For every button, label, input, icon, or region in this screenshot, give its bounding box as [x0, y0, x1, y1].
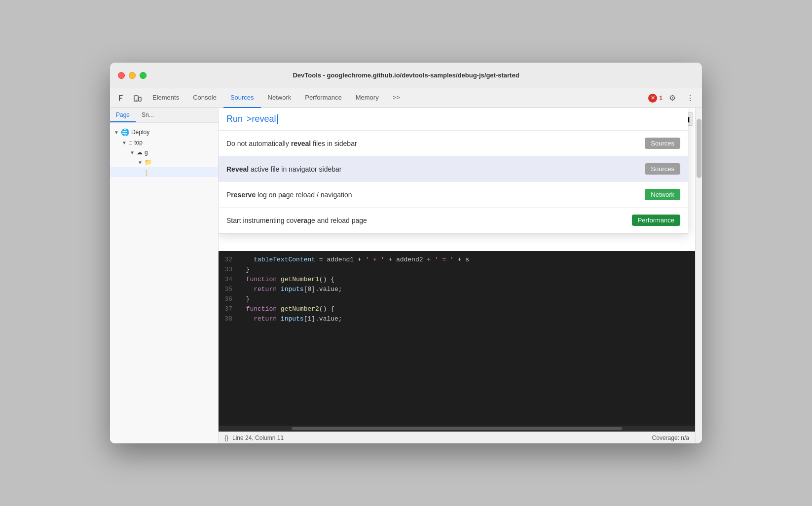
- folder-icon: 📁: [145, 159, 152, 166]
- vertical-scrollbar[interactable]: [695, 108, 702, 443]
- scrollbar-track: [292, 427, 623, 430]
- tab-more[interactable]: >>: [386, 88, 407, 108]
- svg-rect-1: [119, 95, 123, 96]
- tree-arrow: ▼: [114, 130, 119, 135]
- top-icon: □: [129, 139, 132, 146]
- text-cursor: [277, 114, 278, 124]
- tree-item-folder[interactable]: ▼ 📁: [110, 157, 218, 167]
- result-text-2: Reveal active file in navigator sidebar: [226, 165, 645, 173]
- title-bar: DevTools - googlechrome.github.io/devtoo…: [110, 63, 702, 88]
- tree-arrow: ▼: [122, 140, 127, 145]
- code-line-37: 37 function getNumber2() {: [219, 304, 695, 314]
- cursor-icon[interactable]: [114, 90, 130, 106]
- traffic-lights: [118, 72, 147, 79]
- run-label: Run: [226, 114, 243, 124]
- cursor-position: Line 24, Column 11: [232, 434, 284, 441]
- result-tag-3[interactable]: Network: [645, 189, 680, 200]
- tree-item-deploy[interactable]: ▼ 🌐 Deploy: [110, 127, 218, 138]
- window-title: DevTools - googlechrome.github.io/devtoo…: [293, 72, 519, 79]
- sidebar-tab-snippets[interactable]: Sn...: [136, 108, 160, 122]
- g-icon: ☁: [137, 149, 143, 156]
- svg-point-5: [136, 100, 137, 101]
- horizontal-scrollbar[interactable]: [219, 426, 695, 432]
- close-button[interactable]: [118, 72, 125, 79]
- code-line-32: 32 tableTextContent = addend1 + ' + ' + …: [219, 255, 695, 265]
- deploy-icon: 🌐: [121, 128, 129, 136]
- tree-arrow: ▼: [130, 150, 135, 155]
- result-tag-4[interactable]: Performance: [632, 215, 680, 226]
- command-result-2[interactable]: Reveal active file in navigator sidebar …: [219, 156, 688, 182]
- command-result-3[interactable]: Preserve log on page reload / navigation…: [219, 182, 688, 208]
- tree-arrow: ▼: [138, 160, 143, 165]
- error-count: 1: [659, 95, 663, 102]
- tab-sources[interactable]: Sources: [223, 88, 261, 108]
- tree-item-file[interactable]: [: [110, 167, 218, 177]
- devtools-tab-bar: Elements Console Sources Network Perform…: [110, 88, 702, 108]
- left-sidebar: Page Sn... ▼ 🌐 Deploy ▼ □ top ▼: [110, 108, 219, 443]
- code-line-33: 33 }: [219, 265, 695, 275]
- maximize-button[interactable]: [140, 72, 147, 79]
- settings-icon[interactable]: ⚙: [664, 90, 680, 106]
- command-result-4[interactable]: Start instrumenting coverage and reload …: [219, 208, 688, 233]
- command-input[interactable]: >reveal: [247, 114, 278, 124]
- devtools-window: DevTools - googlechrome.github.io/devtoo…: [110, 63, 702, 443]
- sidebar-tabs: Page Sn...: [110, 108, 218, 123]
- sidebar-tab-page[interactable]: Page: [110, 108, 136, 122]
- sidebar-tree: ▼ 🌐 Deploy ▼ □ top ▼ ☁ g ▼ 📁: [110, 123, 218, 181]
- svg-rect-4: [139, 97, 141, 101]
- devtools-body: Page Sn... ▼ 🌐 Deploy ▼ □ top ▼: [110, 108, 702, 443]
- coverage-status: Coverage: n/a: [652, 434, 689, 441]
- code-editor[interactable]: 32 tableTextContent = addend1 + ' + ' + …: [219, 251, 695, 426]
- tab-memory[interactable]: Memory: [349, 88, 386, 108]
- result-tag-2[interactable]: Sources: [645, 163, 680, 175]
- code-line-35: 35 return inputs[0].value;: [219, 285, 695, 294]
- result-text-4: Start instrumenting coverage and reload …: [226, 217, 632, 224]
- tab-network[interactable]: Network: [261, 88, 298, 108]
- code-area: Run >reveal Do not automatically reveal …: [219, 108, 695, 443]
- command-result-1[interactable]: Do not automatically reveal files in sid…: [219, 131, 688, 156]
- code-line-38: 38 return inputs[1].value;: [219, 314, 695, 324]
- error-badge: ✕: [648, 94, 657, 103]
- tab-elements[interactable]: Elements: [146, 88, 186, 108]
- status-bar: {} Line 24, Column 11 Coverage: n/a: [219, 432, 695, 443]
- tabs-right-controls: ✕ 1 ⚙ ⋮: [648, 90, 698, 106]
- command-input-row: Run >reveal: [219, 108, 688, 131]
- code-line-34: 34 function getNumber1() {: [219, 275, 695, 285]
- code-line-36: 36 }: [219, 294, 695, 304]
- file-icon: [: [146, 169, 147, 176]
- status-bar-left: {} Line 24, Column 11: [224, 434, 284, 441]
- tab-performance[interactable]: Performance: [298, 88, 348, 108]
- more-options-icon[interactable]: ⋮: [682, 90, 698, 106]
- device-toggle-icon[interactable]: [130, 90, 146, 106]
- svg-rect-2: [119, 98, 122, 99]
- result-tag-1[interactable]: Sources: [645, 138, 680, 149]
- tab-console[interactable]: Console: [186, 88, 223, 108]
- tree-item-top[interactable]: ▼ □ top: [110, 138, 218, 147]
- scrollbar-thumb: [697, 119, 701, 178]
- minimize-button[interactable]: [129, 72, 136, 79]
- braces-icon[interactable]: {}: [224, 434, 228, 441]
- tree-item-g[interactable]: ▼ ☁ g: [110, 147, 218, 157]
- command-palette: Run >reveal Do not automatically reveal …: [219, 108, 688, 234]
- result-text-3: Preserve log on page reload / navigation: [226, 191, 645, 199]
- result-text-1: Do not automatically reveal files in sid…: [226, 140, 645, 147]
